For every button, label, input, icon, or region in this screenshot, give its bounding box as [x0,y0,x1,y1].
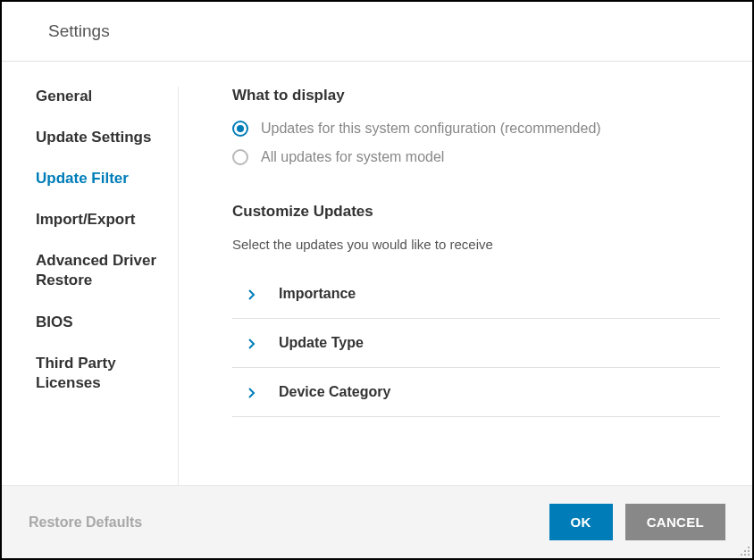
main-panel: What to display Updates for this system … [179,87,752,485]
footer-buttons: OK CANCEL [549,504,725,540]
accordion-label: Device Category [279,384,390,400]
sidebar-item-advanced-driver-restore[interactable]: Advanced Driver Restore [36,251,169,290]
what-to-display-heading: What to display [232,87,720,104]
chevron-right-icon [247,289,256,298]
svg-point-5 [748,554,750,556]
radio-option-recommended[interactable]: Updates for this system configuration (r… [232,121,720,137]
customize-subtext: Select the updates you would like to rec… [232,237,720,252]
radio-icon [232,149,248,165]
sidebar: General Update Settings Update Filter Im… [2,87,179,485]
radio-icon [232,121,248,137]
header: Settings [2,2,752,62]
sidebar-item-general[interactable]: General [36,87,169,106]
sidebar-item-bios[interactable]: BIOS [36,313,169,332]
svg-point-3 [741,554,742,556]
accordion-item-device-category[interactable]: Device Category [232,368,720,417]
accordion-item-importance[interactable]: Importance [232,270,720,319]
svg-point-2 [748,550,750,552]
accordion-item-update-type[interactable]: Update Type [232,319,720,368]
sidebar-item-third-party-licenses[interactable]: Third Party Licenses [36,354,169,393]
accordion-label: Update Type [279,335,364,351]
cancel-button[interactable]: CANCEL [625,504,725,540]
radio-label: All updates for system model [261,149,444,165]
sidebar-item-update-settings[interactable]: Update Settings [36,128,169,147]
resize-grip-icon[interactable] [740,546,750,556]
page-title: Settings [48,21,725,41]
content: General Update Settings Update Filter Im… [2,62,752,485]
chevron-right-icon [247,388,256,397]
svg-point-4 [744,554,746,556]
chevron-right-icon [247,339,256,347]
radio-option-all-updates[interactable]: All updates for system model [232,149,720,165]
radio-label: Updates for this system configuration (r… [261,121,601,137]
customize-heading: Customize Updates [232,203,720,221]
svg-point-1 [744,550,746,552]
accordion-label: Importance [279,286,356,302]
restore-defaults-link[interactable]: Restore Defaults [29,514,142,531]
footer: Restore Defaults OK CANCEL [2,485,752,558]
svg-point-0 [748,547,750,548]
customize-accordion: Importance Update Type Device Category [232,270,720,417]
sidebar-item-import-export[interactable]: Import/Export [36,210,169,230]
ok-button[interactable]: OK [549,504,613,540]
sidebar-item-update-filter[interactable]: Update Filter [36,169,169,188]
what-to-display-radio-group: Updates for this system configuration (r… [232,121,720,165]
